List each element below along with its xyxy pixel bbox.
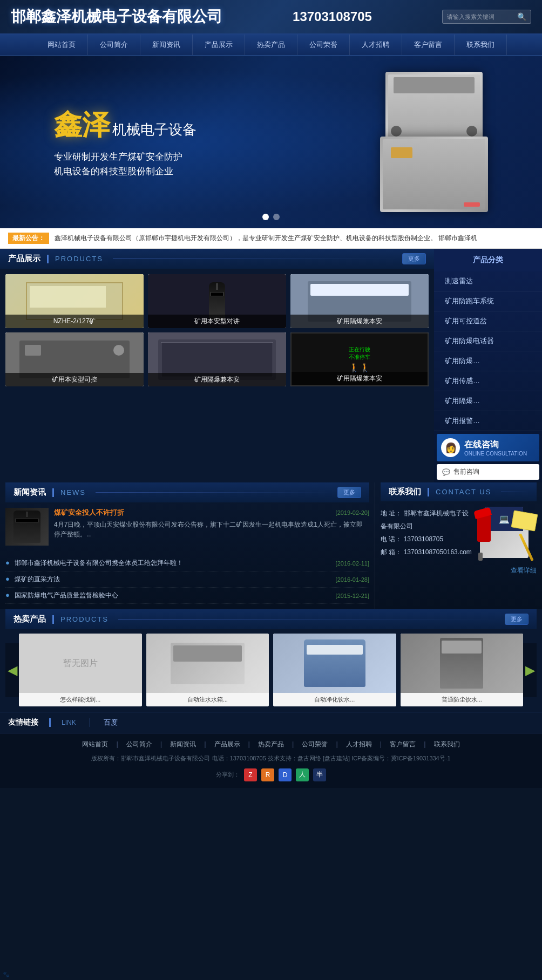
products-more-btn[interactable]: 更多 <box>402 253 426 264</box>
product-card-4[interactable]: 矿用本安型司控 <box>5 332 144 386</box>
share-icon-0[interactable]: Z <box>244 768 257 781</box>
site-logo: 邯郸鑫泽机械电子设备有限公司 <box>11 6 222 27</box>
sidebar-item-5[interactable]: 矿用传感… <box>434 371 542 391</box>
news-main-item: 煤矿安全投人不许打折 [2019-02-20] 4月7日晚，平顶山天安煤业股份有… <box>5 502 369 551</box>
footer-nav-contact[interactable]: 联系我们 <box>434 740 460 749</box>
hot-product-img-1 <box>146 634 269 693</box>
hot-product-label-0: 怎么样能找到... <box>19 693 142 706</box>
footer-nav-honor[interactable]: 公司荣誉 <box>302 740 328 749</box>
news-section-header: 新闻资讯 NEWS 更多 <box>5 482 369 502</box>
sidebar-item-6[interactable]: 矿用隔爆… <box>434 391 542 411</box>
products-container: 产品展示 PRODUCTS 更多 NZHE-2/ <box>0 249 542 482</box>
news-list-title-0[interactable]: 邯郸市鑫泽机械电子设备有限公司携全体员工给您拜年啦！ <box>15 559 183 567</box>
hot-title-en: PRODUCTS <box>60 615 109 623</box>
hot-more-btn[interactable]: 更多 <box>505 614 529 625</box>
news-list-title-1[interactable]: 煤矿的直采方法 <box>15 575 60 583</box>
footer-nav-news[interactable]: 新闻资讯 <box>170 740 196 749</box>
search-button[interactable]: 🔍 <box>517 12 526 21</box>
hot-product-img-0: 暂无图片 <box>19 634 142 693</box>
hot-products-items: 暂无图片 怎么样能找到... 自动注水水箱... <box>19 634 523 706</box>
online-consult-widget[interactable]: 👩 在线咨询 ONLINE CONSULTATION <box>437 434 539 461</box>
presale-consult-btn[interactable]: 💬 售前咨询 <box>437 464 539 480</box>
share-label: 分享到： <box>216 771 240 779</box>
products-section-header: 产品展示 PRODUCTS 更多 <box>0 249 434 269</box>
sidebar-item-4[interactable]: 矿用防爆… <box>434 351 542 371</box>
share-icon-2[interactable]: D <box>279 768 292 781</box>
news-list-item-1: ● 煤矿的直采方法 [2016-01-28] <box>5 571 369 588</box>
product-label-4: 矿用本安型司控 <box>5 373 144 386</box>
hot-products-grid: ◀ 暂无图片 怎么样能找到... <box>5 634 537 706</box>
banner-dot-1[interactable] <box>262 214 269 220</box>
header-phone: 13703108705 <box>293 9 372 24</box>
hot-product-1[interactable]: 自动注水水箱... <box>146 634 269 706</box>
notice-text: 鑫泽机械电子设备有限公司（原邯郸市宇捷机电开发有限公司），是专业研制开发生产煤矿… <box>55 234 477 243</box>
hot-product-2[interactable]: 自动净化饮水... <box>273 634 396 706</box>
search-input[interactable] <box>447 13 517 21</box>
product-card-3[interactable]: 矿用隔爆兼本安 <box>290 274 429 328</box>
footer-nav-message[interactable]: 客户留言 <box>390 740 416 749</box>
news-list: ● 邯郸市鑫泽机械电子设备有限公司携全体员工给您拜年啦！ [2016-02-11… <box>5 555 369 604</box>
hot-product-3[interactable]: 普通防尘饮水... <box>401 634 524 706</box>
footer-share: 分享到： Z R D 人 半 <box>11 768 531 781</box>
news-main-title[interactable]: 煤矿安全投人不许打折 <box>54 508 124 518</box>
footer-nav-home[interactable]: 网站首页 <box>82 740 108 749</box>
sidebar-item-3[interactable]: 矿用防爆电话器 <box>434 331 542 351</box>
products-grid: NZHE-2/127矿 矿用本安型对讲 <box>0 269 434 392</box>
contact-more-link[interactable]: 查看详细 <box>381 566 537 575</box>
product-label-6: 矿用隔爆兼本安 <box>292 372 428 385</box>
nav-news[interactable]: 新闻资讯 <box>140 35 193 55</box>
product-card-6[interactable]: 正在行驶 不准停车 🚶🚶 矿用隔爆兼本安 <box>290 332 429 386</box>
news-list-item-2: ● 国家防爆电气产品质量监督检验中心 [2015-12-21] <box>5 588 369 604</box>
sidebar-item-1[interactable]: 矿用防跑车系统 <box>434 291 542 311</box>
news-title-en: NEWS <box>60 488 86 496</box>
prev-arrow[interactable]: ◀ <box>5 643 19 697</box>
mailbox-illustration: 💻 <box>477 507 537 561</box>
contact-section-header: 联系我们 CONTACT US <box>381 482 537 501</box>
footer-nav-jobs[interactable]: 人才招聘 <box>346 740 372 749</box>
banner-text: 鑫泽 机械电子设备 专业研制开发生产煤矿安全防护 机电设备的科技型股份制企业 <box>54 106 197 178</box>
news-more-btn[interactable]: 更多 <box>337 487 361 498</box>
contact-details: 地 址： 邯郸市鑫泽机械电子设备有限公司 电 话： 13703108705 邮 … <box>381 507 472 559</box>
banner-dots <box>262 214 280 220</box>
nav-message[interactable]: 客户留言 <box>402 35 455 55</box>
footer-nav-products[interactable]: 产品展示 <box>214 740 240 749</box>
news-thumbnail <box>5 508 49 546</box>
hot-product-img-2 <box>273 634 396 693</box>
contact-title-en: CONTACT US <box>436 488 491 496</box>
news-main-desc: 4月7日晚，平顶山天安煤业股份有限公司发布公告称，旗下十二矿因发生一起机电事故造… <box>54 520 369 539</box>
news-list-date-2: [2015-12-21] <box>336 593 369 599</box>
next-arrow[interactable]: ▶ <box>523 643 537 697</box>
hot-product-label-2: 自动净化饮水... <box>273 693 396 706</box>
hero-banner: 鑫泽 机械电子设备 专业研制开发生产煤矿安全防护 机电设备的科技型股份制企业 <box>0 56 542 228</box>
contact-info: 地 址： 邯郸市鑫泽机械电子设备有限公司 电 话： 13703108705 邮 … <box>381 501 537 566</box>
sidebar-item-7[interactable]: 矿用报警… <box>434 411 542 431</box>
nav-home[interactable]: 网站首页 <box>36 35 88 55</box>
nav-honor[interactable]: 公司荣誉 <box>297 35 350 55</box>
product-card-2[interactable]: 矿用本安型对讲 <box>148 274 286 328</box>
hot-products-header: 热卖产品 PRODUCTS 更多 <box>5 609 537 629</box>
banner-brand: 鑫泽 机械电子设备 <box>54 106 197 144</box>
consult-text: 在线咨询 ONLINE CONSULTATION <box>464 439 527 457</box>
hot-product-0[interactable]: 暂无图片 怎么样能找到... <box>19 634 142 706</box>
sidebar-item-2[interactable]: 矿用可控道岔 <box>434 311 542 331</box>
sidebar-item-0[interactable]: 测速雷达 <box>434 271 542 291</box>
share-icon-1[interactable]: R <box>261 768 274 781</box>
nav-hot[interactable]: 热卖产品 <box>245 35 297 55</box>
banner-dot-2[interactable] <box>273 214 280 220</box>
product-card-5[interactable]: 矿用隔爆兼本安 <box>148 332 286 386</box>
footer-nav-hot[interactable]: 热卖产品 <box>258 740 284 749</box>
product-card-1[interactable]: NZHE-2/127矿 <box>5 274 144 328</box>
product-label-3: 矿用隔爆兼本安 <box>290 315 429 328</box>
footer-nav-about[interactable]: 公司简介 <box>126 740 152 749</box>
nav-products[interactable]: 产品展示 <box>193 35 245 55</box>
share-icon-4[interactable]: 半 <box>313 768 326 781</box>
friend-link-0[interactable]: 百度 <box>104 718 118 727</box>
nav-about[interactable]: 公司简介 <box>88 35 140 55</box>
news-list-title-2[interactable]: 国家防爆电气产品质量监督检验中心 <box>15 591 118 599</box>
nav-jobs[interactable]: 人才招聘 <box>350 35 402 55</box>
nav-contact[interactable]: 联系我们 <box>455 35 507 55</box>
footer-copyright: 版权所有：邯郸市鑫泽机械电子设备有限公司 电话：13703108705 技术支持… <box>11 753 531 764</box>
contact-email: 邮 箱： 137031087050163.com <box>381 546 472 559</box>
presale-label: 售前咨询 <box>453 467 479 477</box>
share-icon-3[interactable]: 人 <box>296 768 309 781</box>
